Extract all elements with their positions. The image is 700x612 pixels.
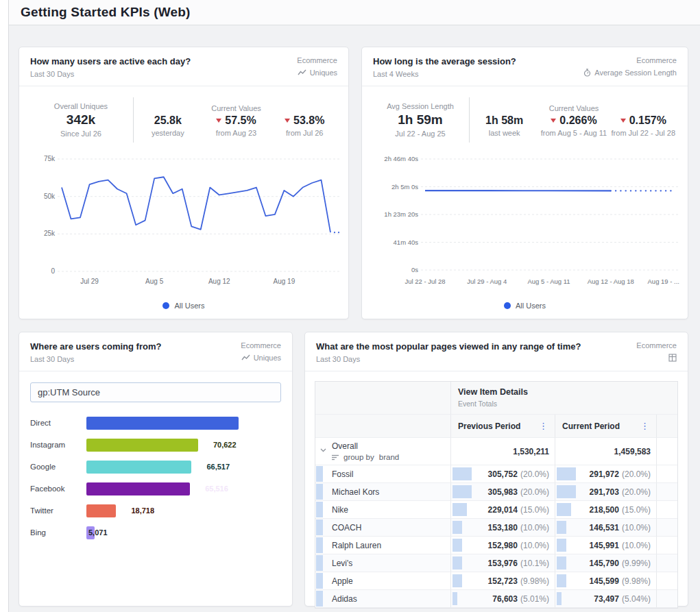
table-value-cell[interactable]: 153,180(10.0%) [450,519,555,537]
y-axis-tick: 41m 40s [394,238,419,246]
event-percent: (20.0%) [622,469,651,479]
bar-segment[interactable] [86,504,116,517]
table-value-cell[interactable]: 145,790(9.99%) [555,554,656,572]
table-value-cell[interactable]: 146,531(10.0%) [555,519,656,537]
table-value-cell[interactable]: 145,599(9.98%) [555,572,656,590]
event-percent: (15.0%) [622,505,651,515]
table-row-label[interactable]: Adidas [315,590,450,608]
y-axis-tick: 0s [411,266,418,273]
table-row-label[interactable]: Levi's [315,554,450,572]
card-avg-session[interactable]: How long is the average session? Last 4 … [361,47,688,319]
row-heat-strip [316,466,323,482]
table-value-cell[interactable]: 73,497(5.04%) [555,590,656,608]
bar-track: 66,517 [86,461,281,474]
legend-dot-icon [504,302,511,309]
card-active-users[interactable]: How many users are active each day? Last… [19,47,349,319]
event-count: 145,599 [590,576,619,586]
event-title[interactable]: View Item Details [458,387,671,397]
bar-track: 5,071 [86,526,281,539]
bar-value-label: 5,071 [88,528,108,537]
group-by-label: group by [343,453,374,461]
row-heat-strip [316,519,323,535]
table-value-cell[interactable]: 291,703(20.0%) [555,483,656,501]
table-row-label[interactable]: COACH [315,519,450,537]
table-spacer-cell [656,590,677,608]
cell-mini-bar [452,556,462,570]
group-by-value[interactable]: brand [379,453,399,461]
avg-session-line-chart[interactable]: 0s41m 40s1h 23m 20s2h 5m 0s2h 46m 40sJul… [370,154,681,291]
table-value-cell[interactable]: 153,976(10.1%) [450,554,555,572]
table-row-label[interactable]: Ralph Lauren [315,537,450,554]
y-axis-tick: 50k [44,193,56,200]
card-popular-pages[interactable]: What are the most popular pages viewed i… [304,332,688,607]
table-value-cell[interactable]: 305,983(20.0%) [450,483,555,501]
card-question[interactable]: What are the most popular pages viewed i… [316,341,581,352]
bar-category-label: Google [30,463,86,471]
cell-mini-bar [557,574,566,587]
event-count: 145,790 [590,559,619,568]
row-heat-strip [316,484,323,500]
overall-stat-sub: Jul 22 - Aug 25 [372,130,469,138]
current-stat-value: 57.5% [202,114,271,127]
card-question[interactable]: Where are users coming from? [30,341,161,352]
table-spacer-cell [656,519,677,537]
column-header[interactable]: Previous Period⋮ [450,415,555,438]
x-axis-tick: Jul 29 - Aug 4 [467,278,507,285]
table-row-label[interactable]: Nike [315,501,450,519]
overall-total-cell: 1,459,583 [555,438,656,465]
overall-label: Overall [332,441,445,451]
table-icon [668,354,677,362]
column-menu-icon[interactable]: ⋮ [640,421,649,430]
overall-total-value: 1,530,211 [513,447,549,456]
bar-track: 65,516 [86,482,281,495]
overall-stat-label: Overall Uniques [29,102,133,110]
card-utm-source[interactable]: Where are users coming from? Last 30 Day… [19,332,293,607]
table-value-cell[interactable]: 229,014(15.0%) [450,501,555,519]
board-name: Ecommerce [636,341,677,350]
table-value-cell[interactable]: 218,500(15.0%) [555,501,656,519]
cell-mini-bar [452,539,462,552]
chart-legend[interactable]: All Users [19,302,348,310]
column-header-label: Previous Period [458,421,520,431]
chevron-down-icon[interactable] [320,445,326,454]
column-menu-icon[interactable]: ⋮ [539,421,548,430]
chart-legend[interactable]: All Users [362,302,688,310]
table-row-label[interactable]: Fossil [315,465,450,483]
daily-active-users-line-chart[interactable]: 025k50k75kJul 29Aug 5Aug 12Aug 19 [27,154,341,291]
bar-segment[interactable] [86,461,191,474]
card-question[interactable]: How long is the average session? [373,56,516,66]
cell-mini-bar [557,485,576,498]
card-header: What are the most popular pages viewed i… [305,332,688,371]
table-value-cell[interactable]: 152,980(10.0%) [450,537,555,554]
table-spacer-cell [656,465,677,483]
board-name: Ecommerce [583,56,677,64]
event-count: 229,014 [488,505,518,515]
overall-total-value: 1,459,583 [614,447,651,456]
all-users-line-series[interactable] [62,177,330,232]
brand-label: Apple [332,576,353,586]
bar-value-label: 66,517 [206,463,230,471]
bar-segment[interactable] [86,482,190,495]
current-stat-sub: from Jul 22 - Jul 28 [609,129,678,137]
card-question[interactable]: How many users are active each day? [30,56,191,66]
overall-total-cell: 1,530,211 [450,438,555,465]
stats-row: Overall Uniques 342k Since Jul 26 Curren… [19,86,348,149]
group-by-row[interactable]: group bybrand [332,453,445,461]
overall-row-label[interactable]: Overallgroup bybrand [315,438,450,465]
y-axis-tick: 75k [44,155,56,162]
metric-label: Average Session Length [594,69,677,77]
table-value-cell[interactable]: 152,723(9.98%) [450,572,555,590]
event-count: 153,976 [488,559,518,568]
bar-segment[interactable] [86,439,198,452]
table-value-cell[interactable]: 305,752(20.0%) [450,465,555,483]
breakdown-selector[interactable]: gp:UTM Source [30,382,281,402]
column-header[interactable]: Current Period⋮ [555,415,656,438]
table-row-label[interactable]: Michael Kors [315,483,450,501]
table-row-label[interactable]: Apple [315,572,450,590]
table-value-cell[interactable]: 291,972(20.0%) [555,465,656,483]
table-value-cell[interactable]: 145,991(10.0%) [555,537,656,554]
utm-bar-row: Bing5,071 [30,522,281,543]
cell-mini-bar [452,574,462,587]
bar-segment[interactable] [86,417,239,430]
table-value-cell[interactable]: 76,603(5.01%) [450,590,555,608]
